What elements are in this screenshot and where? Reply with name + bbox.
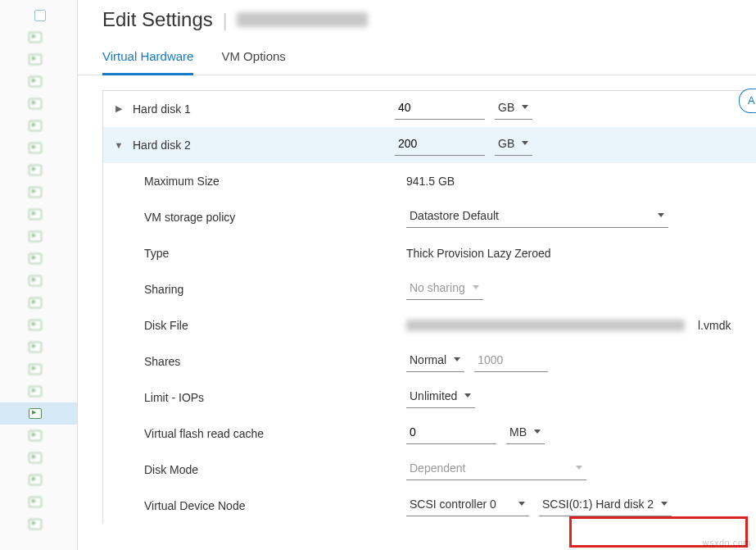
vm-icon (29, 320, 42, 330)
sidebar-item[interactable] (0, 469, 77, 491)
sidebar-item[interactable] (0, 4, 77, 26)
sidebar-item[interactable] (0, 70, 77, 93)
chevron-down-icon[interactable]: ▼ (113, 140, 124, 150)
vm-icon (29, 143, 42, 153)
vfrc-unit-select[interactable]: MB (506, 422, 545, 444)
sidebar-item[interactable] (0, 270, 77, 292)
watermark: wsxdn.com (702, 538, 751, 548)
vm-icon (29, 364, 42, 375)
sidebar-item[interactable] (0, 137, 77, 159)
sharing-select: No sharing (406, 278, 483, 300)
vm-name-redacted (237, 12, 368, 27)
vm-leaf-icon (34, 10, 46, 21)
vm-icon (29, 32, 42, 43)
sidebar-item[interactable] (0, 292, 77, 314)
vfrc-value-input[interactable] (406, 422, 496, 444)
tab-vm-options[interactable]: VM Options (221, 49, 285, 75)
title-row: Edit Settings | (78, 8, 756, 31)
vm-icon (29, 209, 42, 220)
limit-select[interactable]: Unlimited (406, 386, 475, 408)
hd1-unit-select[interactable]: GB (495, 98, 532, 120)
sidebar-item[interactable] (0, 447, 77, 469)
vm-icon (29, 165, 42, 175)
vm-icon (29, 497, 42, 507)
vm-icon (29, 298, 42, 308)
vm-icon (29, 519, 42, 530)
row-max-size: Maximum Size 941.5 GB (103, 163, 756, 199)
row-hard-disk-2: ▼ Hard disk 2 GB (103, 127, 756, 163)
hd2-size-input[interactable] (395, 134, 485, 156)
disk-mode-label: Disk Mode (144, 463, 406, 476)
sidebar-item-selected[interactable] (0, 402, 77, 425)
row-vfrc: Virtual flash read cache MB (103, 416, 756, 452)
storage-policy-select[interactable]: Datastore Default (406, 206, 668, 228)
row-disk-file: Disk File l.vmdk (103, 307, 756, 343)
shares-value-input (474, 350, 548, 372)
sidebar-item[interactable] (0, 115, 77, 137)
hd2-unit-select[interactable]: GB (495, 134, 532, 156)
max-size-label: Maximum Size (144, 175, 406, 188)
sharing-label: Sharing (144, 283, 406, 296)
vm-icon (29, 342, 42, 352)
sidebar-item[interactable] (0, 203, 77, 225)
max-size-value: 941.5 GB (406, 175, 455, 188)
add-device-button[interactable]: A (739, 89, 756, 113)
sidebar-item[interactable] (0, 425, 77, 447)
sidebar-item[interactable] (0, 225, 77, 248)
row-type: Type Thick Provision Lazy Zeroed (103, 235, 756, 271)
limit-label: Limit - IOPs (144, 391, 406, 404)
vdn-label: Virtual Device Node (144, 499, 406, 512)
tab-bar: Virtual Hardware VM Options (78, 49, 756, 75)
sidebar-item[interactable] (0, 48, 77, 70)
vm-icon (29, 408, 42, 419)
vm-icon (29, 386, 42, 397)
vm-icon (29, 120, 42, 131)
hd1-label: Hard disk 1 (133, 102, 395, 116)
sidebar-item[interactable] (0, 248, 77, 270)
main-panel: Edit Settings | Virtual Hardware VM Opti… (78, 0, 756, 550)
row-hard-disk-1: ▶ Hard disk 1 GB (103, 91, 756, 127)
vdn-controller-select[interactable]: SCSI controller 0 (406, 494, 529, 516)
vdn-slot-select[interactable]: SCSI(0:1) Hard disk 2 (539, 494, 672, 516)
disk-file-label: Disk File (144, 319, 406, 332)
shares-level-select[interactable]: Normal (406, 350, 464, 372)
shares-label: Shares (144, 355, 406, 368)
settings-panel: ▶ Hard disk 1 GB ▼ Hard disk 2 GB Maximu… (102, 90, 756, 524)
title-separator: | (223, 10, 228, 31)
tab-virtual-hardware[interactable]: Virtual Hardware (102, 49, 193, 75)
vm-icon (29, 475, 42, 485)
storage-policy-label: VM storage policy (144, 211, 406, 224)
row-virtual-device-node: Virtual Device Node SCSI controller 0 SC… (103, 488, 756, 524)
vm-icon (29, 430, 42, 441)
sidebar-item[interactable] (0, 159, 77, 181)
row-limit-iops: Limit - IOPs Unlimited (103, 380, 756, 416)
vm-icon (29, 54, 42, 65)
vm-icon (29, 76, 42, 87)
row-storage-policy: VM storage policy Datastore Default (103, 199, 756, 235)
sidebar-item[interactable] (0, 26, 77, 48)
sidebar-item[interactable] (0, 491, 77, 513)
sidebar-item[interactable] (0, 181, 77, 203)
type-value: Thick Provision Lazy Zeroed (406, 247, 551, 260)
hd1-size-input[interactable] (395, 98, 485, 120)
vm-icon (29, 98, 42, 109)
sidebar-item[interactable] (0, 513, 77, 535)
nav-sidebar (0, 0, 78, 550)
vm-icon (29, 275, 42, 286)
vm-icon (29, 187, 42, 198)
vfrc-label: Virtual flash read cache (144, 427, 406, 440)
chevron-right-icon[interactable]: ▶ (113, 103, 124, 114)
sidebar-item[interactable] (0, 336, 77, 358)
vm-icon (29, 231, 42, 242)
sidebar-item[interactable] (0, 314, 77, 336)
hd2-label: Hard disk 2 (133, 139, 395, 152)
disk-file-suffix: l.vmdk (698, 319, 731, 332)
disk-mode-select: Dependent (406, 458, 586, 480)
type-label: Type (144, 247, 406, 260)
row-shares: Shares Normal (103, 343, 756, 380)
sidebar-item[interactable] (0, 380, 77, 402)
sidebar-item[interactable] (0, 93, 77, 115)
row-sharing: Sharing No sharing (103, 271, 756, 307)
vm-icon (29, 452, 42, 463)
sidebar-item[interactable] (0, 358, 77, 380)
